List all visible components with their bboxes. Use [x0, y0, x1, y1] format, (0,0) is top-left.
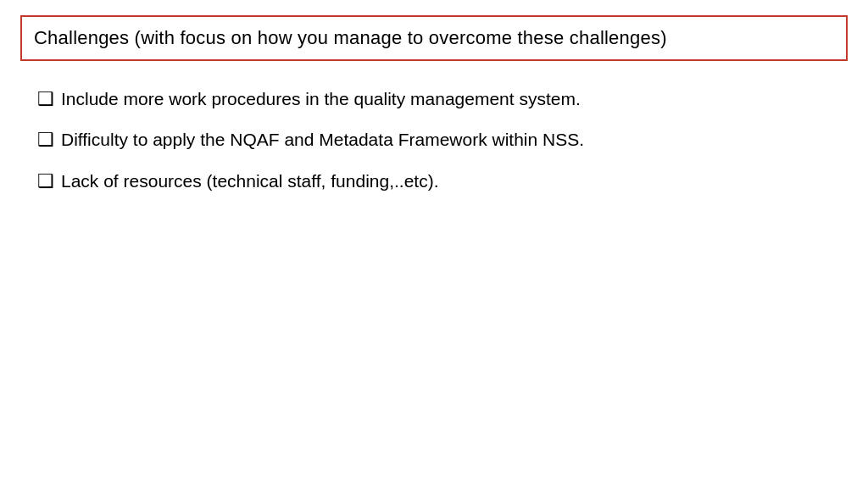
bullet-text-2: Difficulty to apply the NQAF and Metadat…: [61, 127, 584, 152]
slide: Challenges (with focus on how you manage…: [0, 0, 868, 488]
checkbox-icon: ❑: [37, 86, 54, 113]
checkbox-icon: ❑: [37, 169, 54, 195]
checkbox-icon: ❑: [37, 127, 54, 153]
list-item: ❑ Lack of resources (technical staff, fu…: [37, 169, 848, 195]
slide-title: Challenges (with focus on how you manage…: [34, 25, 834, 51]
title-box: Challenges (with focus on how you manage…: [20, 15, 848, 61]
bullet-text-1: Include more work procedures in the qual…: [61, 86, 581, 112]
bullet-text-3: Lack of resources (technical staff, fund…: [61, 169, 439, 194]
list-item: ❑ Difficulty to apply the NQAF and Metad…: [37, 127, 848, 153]
content-area: ❑ Include more work procedures in the qu…: [20, 86, 848, 210]
list-item: ❑ Include more work procedures in the qu…: [37, 86, 848, 113]
